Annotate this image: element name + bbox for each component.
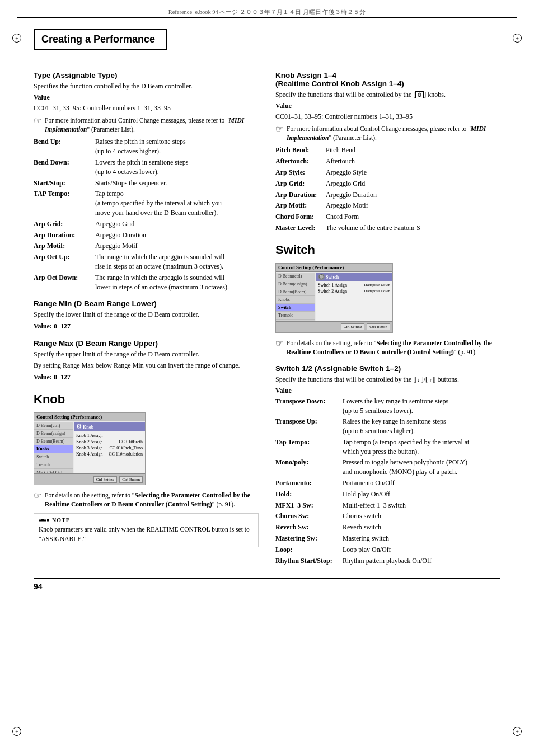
param-value-arp-grid-r: Arpeggio Grid xyxy=(326,179,500,189)
knob-btn-part[interactable]: Ctrl Button xyxy=(119,476,143,483)
param-label-start-stop: Start/Stop: xyxy=(34,179,95,188)
sw-sidebar-dbeam-ctrl: D Beam(ctrl) xyxy=(276,273,315,280)
switch12-desc: Specify the functions that will be contr… xyxy=(275,375,500,384)
reg-mark-tr xyxy=(513,34,522,43)
switch-screenshot-footer: Ctrl Setting Ctrl Button xyxy=(276,321,392,332)
knob-row-2: Knob 2 AssignCC 01#Breth xyxy=(76,439,143,444)
param-label-chorus-sw: Chorus Sw: xyxy=(275,511,343,521)
param-portamento: Portamento: Portamento On/Off xyxy=(275,478,500,488)
switch-screenshot-sidebar: D Beam(ctrl) D Beam(assign) D Beam(Beam)… xyxy=(276,273,315,321)
switch-screenshot-content: Switch 1 AssignTranspose Down Switch 2 A… xyxy=(316,281,392,297)
param-value-tap-tempo-r: Tap tempo (a tempo specified by the inte… xyxy=(343,438,500,457)
param-value-chorus-sw: Chorus switch xyxy=(343,511,500,521)
param-arp-style: Arp Style: Arpeggio Style xyxy=(275,168,500,177)
param-label-arp-motif-r: Arp Motif: xyxy=(275,201,326,210)
param-label-tap-tempo-r: Tap Tempo: xyxy=(275,438,343,457)
sw-sidebar-tremolo: Tremolo xyxy=(276,312,315,320)
param-arp-grid: Arp Grid: Arpeggio Grid xyxy=(34,219,259,229)
param-value-transpose-down: Lowers the key range in semitone steps(u… xyxy=(343,397,500,416)
param-reverb-sw: Reverb Sw: Reverb switch xyxy=(275,523,500,532)
knob-assign-value-text: CC01–31, 33–95: Controller numbers 1–31,… xyxy=(275,112,500,121)
param-value-rhythm-start-stop: Rhythm pattern playback On/Off xyxy=(343,556,500,566)
switch-note-block: ☞ For details on the setting, refer to "… xyxy=(275,339,500,356)
param-label-mastering-sw: Mastering Sw: xyxy=(275,534,343,543)
header-text: Reference_e.book 94 ページ ２００３年７月１４日 月曜日 午… xyxy=(168,8,366,16)
reg-mark-br xyxy=(513,727,522,736)
note-icon-svg xyxy=(39,518,50,523)
note-box-title: NOTE xyxy=(39,517,254,523)
param-label-arp-duration-r: Arp Duration: xyxy=(275,190,326,200)
sw-btn-part[interactable]: Ctrl Button xyxy=(367,323,390,330)
param-mono-poly: Mono/poly: Pressed to toggle between pol… xyxy=(275,458,500,477)
sw-sidebar-knobs: Knobs xyxy=(276,296,315,304)
knob-assign-value-label: Value xyxy=(275,101,500,111)
sw-sidebar-switch: Switch xyxy=(276,304,315,312)
header-strip: Reference_e.book 94 ページ ２００３年７月１４日 月曜日 午… xyxy=(17,7,517,18)
page-bottom: 94 xyxy=(34,578,500,591)
param-value-hold: Hold play On/Off xyxy=(343,490,500,499)
knob-assign-note-block: ☞ For more information about Control Cha… xyxy=(275,124,500,142)
page-number: 94 xyxy=(34,582,43,591)
param-value-mastering-sw: Mastering switch xyxy=(343,534,500,543)
param-label-arp-motif: Arp Motif: xyxy=(34,241,95,251)
switch-screenshot-header: 🔘 Switch xyxy=(316,273,392,281)
param-value-aftertouch: Aftertouch xyxy=(326,157,500,166)
param-label-loop: Loop: xyxy=(275,545,343,555)
sw-btn-ctrl[interactable]: Ctrl Setting xyxy=(341,323,364,330)
param-value-arp-style: Arpeggio Style xyxy=(326,168,500,177)
sidebar-item-dbeam-ctrl: D Beam(ctrl) xyxy=(34,422,73,430)
param-label-transpose-up: Transpose Up: xyxy=(275,417,343,436)
param-label-arp-oct-up: Arp Oct Up: xyxy=(34,252,95,271)
type-desc: Specifies the function controlled by the… xyxy=(34,82,259,91)
param-value-transpose-up: Raises the key range in semitone steps(u… xyxy=(343,417,500,436)
param-aftertouch: Aftertouch: Aftertouch xyxy=(275,157,500,166)
param-value-arp-oct-down: The range in which the arpeggio is sound… xyxy=(95,273,259,292)
param-arp-duration: Arp Duration: Arpeggio Duration xyxy=(34,231,259,240)
param-value-chord-form: Chord Form xyxy=(326,212,500,222)
switch-row-2: Switch 2 AssignTranspose Down xyxy=(318,289,390,294)
switch-row-1: Switch 1 AssignTranspose Down xyxy=(318,283,390,288)
note-icon-knob: ☞ xyxy=(34,491,41,500)
param-rhythm-start-stop: Rhythm Start/Stop: Rhythm pattern playba… xyxy=(275,556,500,566)
reg-mark-tl xyxy=(12,34,21,43)
param-label-tap-tempo: TAP Tempo: xyxy=(34,189,95,217)
switch-screenshot-title: Control Setting (Performance) xyxy=(276,264,392,272)
knob-note-text: For details on the setting, refer to "Se… xyxy=(45,491,259,509)
range-max-heading: Range Max (D Beam Range Upper) xyxy=(34,339,259,348)
knob-btn-ctrl[interactable]: Ctrl Setting xyxy=(93,476,117,483)
svg-rect-0 xyxy=(39,519,41,521)
right-column: Knob Assign 1–4 (Realtime Control Knob A… xyxy=(275,63,500,567)
knob-screenshot-title: Control Setting (Performance) xyxy=(34,413,145,421)
knob-assign-note-text: For more information about Control Chang… xyxy=(287,124,500,142)
param-value-arp-grid: Arpeggio Grid xyxy=(95,219,259,229)
knob-screenshot: Control Setting (Performance) D Beam(ctr… xyxy=(34,412,146,485)
knob-row-1: Knob 1 Assign xyxy=(76,433,143,438)
switch-screenshot: Control Setting (Performance) D Beam(ctr… xyxy=(275,263,393,333)
range-min-value-label: Value: 0–127 xyxy=(34,322,259,331)
switch-heading: Switch xyxy=(275,243,500,257)
param-value-loop: Loop play On/Off xyxy=(343,545,500,555)
knob-assign-heading: Knob Assign 1–4 (Realtime Control Knob A… xyxy=(275,71,500,88)
sidebar-item-switch: Switch xyxy=(34,453,73,461)
param-arp-motif-r: Arp Motif: Arpeggio Motif xyxy=(275,201,500,210)
param-chord-form: Chord Form: Chord Form xyxy=(275,212,500,222)
title-box: Creating a Performance xyxy=(34,29,167,50)
sidebar-item-tremolo: Tremolo xyxy=(34,461,73,469)
left-column: Type (Assignable Type) Specifies the fun… xyxy=(34,63,259,567)
param-value-tap-tempo: Tap tempo(a tempo specified by the inter… xyxy=(95,189,259,217)
param-pitch-bend: Pitch Bend: Pitch Bend xyxy=(275,145,500,155)
param-label-arp-style: Arp Style: xyxy=(275,168,326,177)
range-max-desc2: By setting Range Max below Range Min you… xyxy=(34,361,259,370)
type-value-text: CC01–31, 33–95: Controller numbers 1–31,… xyxy=(34,104,259,113)
knob-screenshot-header: ⚙ Knob xyxy=(74,422,145,431)
param-value-arp-motif: Arpeggio Motif xyxy=(95,241,259,251)
param-hold: Hold: Hold play On/Off xyxy=(275,490,500,499)
switch-note-text: For details on the setting, refer to "Se… xyxy=(287,339,500,356)
param-value-pitch-bend: Pitch Bend xyxy=(326,145,500,155)
type-note-block: ☞ For more information about Control Cha… xyxy=(34,116,259,134)
switch12-value-label: Value xyxy=(275,386,500,396)
param-label-pitch-bend: Pitch Bend: xyxy=(275,145,326,155)
param-start-stop: Start/Stop: Starts/Stops the sequencer. xyxy=(34,179,259,188)
range-min-heading: Range Min (D Beam Range Lower) xyxy=(34,299,259,308)
param-label-aftertouch: Aftertouch: xyxy=(275,157,326,166)
